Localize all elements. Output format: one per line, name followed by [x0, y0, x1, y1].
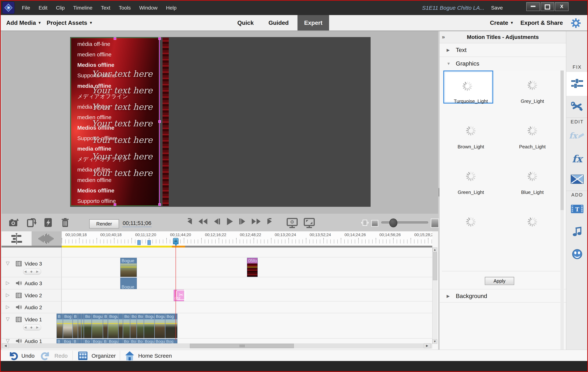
opacity-keyframe-line[interactable] [247, 267, 257, 267]
timeline-clip[interactable]: Bo [137, 314, 144, 338]
zoom-out-clip-icon[interactable] [361, 220, 369, 227]
collapse-track-icon[interactable]: ▽ [6, 316, 10, 322]
emoji-button[interactable] [566, 243, 588, 265]
opacity-keyframe-line[interactable] [63, 323, 72, 324]
smart-trim-icon[interactable] [44, 218, 52, 228]
menu-item-timeline[interactable]: Timeline [69, 1, 97, 15]
add-media-button[interactable]: Add Media▼ [6, 15, 42, 31]
timeline-clip[interactable]: Bo [130, 339, 137, 344]
graphics-thumbnail[interactable] [503, 207, 562, 253]
fx-pencil-button[interactable]: fx [566, 126, 588, 146]
keyframe-nav-buttons[interactable]: ◀ ◆ ▶ [23, 269, 41, 275]
opacity-keyframe-line[interactable] [119, 323, 123, 324]
timeline-clip[interactable]: Bo [84, 339, 92, 344]
fx-button[interactable]: fx [566, 148, 588, 169]
rotate-clip-icon[interactable] [26, 218, 36, 228]
shuttle-right-button[interactable] [252, 217, 261, 226]
timeline-horizontal-scrollbar[interactable]: ◀ ▶ [1, 343, 432, 349]
expand-track-icon[interactable]: ▷ [6, 280, 10, 286]
playhead-line[interactable] [176, 246, 176, 341]
timeline-clip[interactable]: Bogu [155, 314, 165, 338]
selection-handle[interactable] [158, 203, 161, 206]
undo-button[interactable]: Undo [8, 350, 34, 361]
maximize-button[interactable] [541, 2, 554, 11]
timeline-clip[interactable]: B [103, 339, 108, 344]
panel-scrollbar[interactable] [560, 71, 564, 357]
work-area-bar[interactable] [1, 246, 432, 248]
selection-handle[interactable] [158, 37, 161, 40]
timeline-vertical-scrollbar[interactable]: ▲ ▼ [432, 248, 437, 344]
home-screen-button[interactable]: Home Screen [125, 350, 172, 361]
tab-expert[interactable]: Expert [297, 15, 329, 31]
close-button[interactable]: X [555, 2, 568, 11]
timeline-clip[interactable]: Bo [130, 314, 137, 338]
opacity-keyframe-line[interactable] [155, 323, 165, 324]
timeline-clip[interactable] [81, 339, 84, 344]
create-button[interactable]: Create▼ [490, 15, 514, 31]
play-button[interactable] [225, 217, 234, 226]
scroll-right-button[interactable]: ▶ [424, 343, 430, 348]
selection-handle[interactable] [158, 120, 161, 123]
settings-gear-icon[interactable] [571, 18, 581, 29]
menu-item-edit[interactable]: Edit [34, 1, 52, 15]
transitions-button[interactable] [566, 170, 588, 190]
export-share-button[interactable]: Export & Share [520, 15, 563, 31]
opacity-keyframe-line[interactable] [123, 323, 130, 324]
snapshot-camera-icon[interactable] [9, 218, 19, 228]
timeline-clip[interactable]: B [103, 314, 108, 338]
menu-item-text[interactable]: Text [97, 1, 115, 15]
timeline-clip[interactable]: B [73, 339, 78, 344]
section-background[interactable]: ▶ Background [440, 289, 566, 303]
timeline-clip[interactable]: Bo [123, 314, 130, 338]
opacity-keyframe-line[interactable] [92, 323, 103, 324]
timeline-clip[interactable]: B [73, 314, 78, 338]
apply-button[interactable]: Apply [485, 277, 514, 285]
graphics-thumbnail[interactable]: Green_Light [441, 162, 500, 207]
menu-item-window[interactable]: Window [135, 1, 162, 15]
timeline-clip[interactable]: Bogu [144, 339, 154, 344]
organizer-button[interactable]: Organizer [78, 350, 116, 361]
timeline-clip[interactable] [118, 339, 123, 344]
menu-item-clip[interactable]: Clip [52, 1, 69, 15]
timeline-clip[interactable] [118, 314, 123, 338]
timeline-clip[interactable] [78, 314, 81, 338]
adjust-sliders-button[interactable] [566, 72, 588, 96]
zoom-slider-handle[interactable] [389, 218, 397, 227]
timeline-clip[interactable]: 05fo [247, 258, 258, 277]
keyframe-nav-buttons[interactable]: ◀ ◆ ▶ [23, 325, 41, 331]
splitter-grip[interactable] [438, 188, 440, 196]
save-button[interactable]: Save [491, 1, 503, 15]
shuttle-left-button[interactable] [198, 217, 208, 226]
scrollbar-thumb[interactable] [560, 71, 564, 210]
scroll-left-button[interactable]: ◀ [2, 343, 9, 348]
timeline-clip[interactable]: Bog [63, 339, 73, 344]
minimize-button[interactable] [526, 2, 540, 11]
scrollbar-thumb[interactable] [433, 252, 437, 280]
menu-item-help[interactable]: Help [162, 1, 181, 15]
timeline-clip[interactable]: Bo [123, 339, 130, 344]
frame-back-button[interactable] [213, 217, 221, 226]
scrollbar-thumb[interactable] [190, 344, 294, 348]
playhead-handle[interactable] [173, 238, 178, 244]
opacity-keyframe-line[interactable] [82, 323, 84, 324]
audio-mixer-button[interactable] [32, 231, 62, 246]
fullscreen-monitor-icon[interactable] [304, 218, 315, 229]
title-text-button[interactable]: T [566, 199, 588, 220]
menu-item-file[interactable]: File [18, 1, 34, 15]
tab-quick[interactable]: Quick [234, 15, 257, 31]
timeline-marker[interactable] [137, 240, 141, 245]
timeline-clip[interactable]: Bogu [144, 314, 154, 338]
program-monitor-frame[interactable]: média off-linemedien offlineMedios offli… [70, 37, 371, 207]
section-graphics[interactable]: ▼ Graphics [440, 57, 566, 71]
timeline-marker[interactable] [147, 240, 151, 245]
timeline-zoom-slider[interactable] [381, 221, 428, 224]
render-settings-monitor-icon[interactable]: ⚙ [286, 218, 298, 229]
expand-track-icon[interactable]: ▷ [6, 304, 10, 310]
opacity-keyframe-line[interactable] [78, 323, 81, 324]
track-settings-button[interactable] [1, 231, 32, 246]
collapse-track-icon[interactable]: ▽ [6, 338, 10, 343]
section-text[interactable]: ▶ Text [440, 43, 566, 57]
timeline-clip[interactable]: B [57, 314, 63, 338]
opacity-keyframe-line[interactable] [84, 323, 92, 324]
opacity-keyframe-line[interactable] [120, 267, 137, 267]
